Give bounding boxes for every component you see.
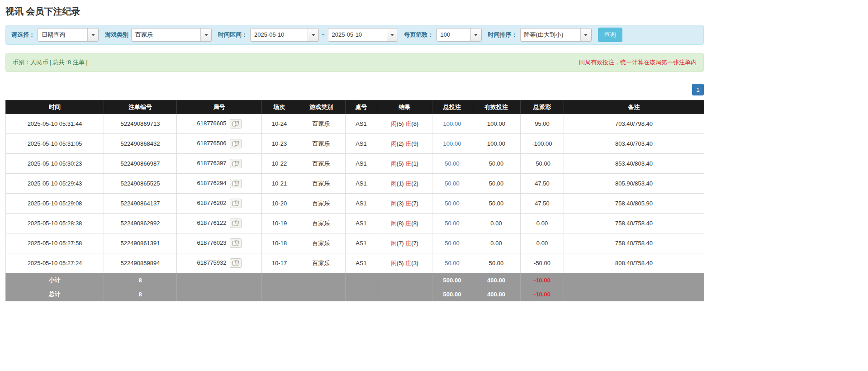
cell-total-bet: 50.00 xyxy=(432,174,472,194)
summary-bar: 币别：人民币 | 总共 :8 注单 | 同局有效投注，统一计算在该局第一张注单内 xyxy=(5,53,704,72)
total-bet-link[interactable]: 50.00 xyxy=(445,220,460,227)
empty-cell xyxy=(346,273,377,287)
round-id-text: 618776122 xyxy=(197,219,226,226)
cell-result: 闲(3) 庄(7) xyxy=(377,194,432,214)
banker-result-score: (1) xyxy=(411,160,418,167)
cell-table-no: AS1 xyxy=(346,154,377,174)
cell-round-id: 618776202 xyxy=(177,194,262,214)
cell-time: 2025-05-10 05:31:05 xyxy=(6,134,104,154)
chevron-down-icon[interactable] xyxy=(200,29,211,41)
player-result-score: (7) xyxy=(397,240,404,247)
player-result-label: 闲 xyxy=(391,260,397,266)
col-header-valid-bet: 有效投注 xyxy=(472,100,521,114)
round-id-text: 618776294 xyxy=(197,180,226,186)
round-id-text: 618776023 xyxy=(197,239,226,246)
banker-result-score: (3) xyxy=(411,260,418,266)
game-type-select[interactable]: 百家乐 xyxy=(131,28,212,42)
search-button[interactable]: 查询 xyxy=(598,28,622,42)
table-row: 2025-05-10 05:29:43 522490865525 6187762… xyxy=(6,174,704,194)
cell-valid-bet: 0.00 xyxy=(472,214,521,233)
empty-cell xyxy=(564,287,704,301)
cell-remark: 758.40/758.40 xyxy=(564,233,704,253)
banker-result-label: 庄 xyxy=(405,200,411,207)
cell-valid-bet: 50.00 xyxy=(472,154,521,174)
total-bet-link[interactable]: 100.00 xyxy=(443,140,461,147)
cell-round-id: 618776605 xyxy=(177,114,262,134)
empty-cell xyxy=(297,287,346,301)
caret-icon xyxy=(390,34,394,36)
cell-total-bet: 100.00 xyxy=(432,134,472,154)
cell-remark: 805.90/853.40 xyxy=(564,174,704,194)
cell-game-type: 百家乐 xyxy=(297,233,346,253)
cell-bet-id: 522490859894 xyxy=(104,253,177,273)
cell-time: 2025-05-10 05:27:24 xyxy=(6,253,104,273)
cell-total-bet: 50.00 xyxy=(432,214,472,233)
view-cards-icon[interactable] xyxy=(230,139,242,148)
empty-cell xyxy=(377,287,432,301)
subtotal-row: 小计 8 500.00 400.00 -10.00 xyxy=(6,273,704,287)
cell-round-id: 618776023 xyxy=(177,233,262,253)
date-from-select[interactable]: 2025-05-10 xyxy=(250,28,319,42)
cell-payout: 47.50 xyxy=(521,194,564,214)
total-bet-link[interactable]: 50.00 xyxy=(445,160,460,167)
view-cards-icon[interactable] xyxy=(230,159,242,168)
chevron-down-icon[interactable] xyxy=(308,29,318,41)
cell-payout: -50.00 xyxy=(521,253,564,273)
cell-bet-id: 522490868432 xyxy=(104,134,177,154)
cell-result: 闲(8) 庄(8) xyxy=(377,214,432,233)
date-to-select[interactable]: 2025-05-10 xyxy=(328,28,398,42)
view-cards-icon[interactable] xyxy=(230,199,242,208)
select-label: 请选择： xyxy=(11,31,35,39)
query-type-select[interactable]: 日期查询 xyxy=(38,28,99,42)
round-id-text: 618776397 xyxy=(197,160,226,166)
page-title: 视讯 会员下注纪录 xyxy=(5,5,704,18)
cell-remark: 803.40/703.40 xyxy=(564,134,704,154)
cell-valid-bet: 50.00 xyxy=(472,194,521,214)
cell-valid-bet: 100.00 xyxy=(472,134,521,154)
col-header-total-bet: 总投注 xyxy=(432,100,472,114)
view-cards-icon[interactable] xyxy=(230,119,242,128)
view-cards-icon[interactable] xyxy=(230,219,242,228)
banker-result-label: 庄 xyxy=(405,160,411,167)
banker-result-score: (8) xyxy=(411,120,418,127)
total-bet-link[interactable]: 50.00 xyxy=(445,180,460,187)
cell-payout: 0.00 xyxy=(521,214,564,233)
chevron-down-icon[interactable] xyxy=(387,29,398,41)
col-header-session: 场次 xyxy=(262,100,297,114)
banker-result-label: 庄 xyxy=(405,220,411,227)
total-bet-link[interactable]: 50.00 xyxy=(445,200,460,207)
caret-icon xyxy=(584,34,588,36)
subtotal-count: 8 xyxy=(104,273,177,287)
view-cards-icon[interactable] xyxy=(230,238,242,248)
page-button-1[interactable]: 1 xyxy=(692,84,704,95)
cell-table-no: AS1 xyxy=(346,253,377,273)
view-cards-icon[interactable] xyxy=(230,179,242,188)
cell-bet-id: 522490864137 xyxy=(104,194,177,214)
player-result-label: 闲 xyxy=(391,220,397,227)
total-bet-link[interactable]: 50.00 xyxy=(445,260,460,266)
round-id-text: 618776605 xyxy=(197,120,226,127)
cell-session: 10-21 xyxy=(262,174,297,194)
sort-order-select[interactable]: 降幂(由大到小) xyxy=(520,28,592,42)
cell-result: 闲(5) 庄(3) xyxy=(377,253,432,273)
subtotal-payout: -10.00 xyxy=(521,273,564,287)
cell-remark: 758.40/805.90 xyxy=(564,194,704,214)
subtotal-total-bet: 500.00 xyxy=(432,273,472,287)
total-total-bet: 500.00 xyxy=(432,287,472,301)
player-result-score: (3) xyxy=(397,200,404,207)
player-result-score: (5) xyxy=(397,260,404,266)
cell-round-id: 618776397 xyxy=(177,154,262,174)
cell-result: 闲(7) 庄(7) xyxy=(377,233,432,253)
col-header-remark: 备注 xyxy=(564,100,704,114)
chevron-down-icon[interactable] xyxy=(87,29,98,41)
cell-valid-bet: 50.00 xyxy=(472,174,521,194)
total-bet-link[interactable]: 50.00 xyxy=(445,240,460,247)
cell-bet-id: 522490869713 xyxy=(104,114,177,134)
chevron-down-icon[interactable] xyxy=(470,29,481,41)
total-bet-link[interactable]: 100.00 xyxy=(443,120,461,127)
per-page-select[interactable]: 100 xyxy=(436,28,482,42)
view-cards-icon[interactable] xyxy=(230,258,242,268)
chevron-down-icon[interactable] xyxy=(580,29,591,41)
table-row: 2025-05-10 05:27:24 522490859894 6187759… xyxy=(6,253,704,273)
banker-result-score: (9) xyxy=(411,140,418,147)
